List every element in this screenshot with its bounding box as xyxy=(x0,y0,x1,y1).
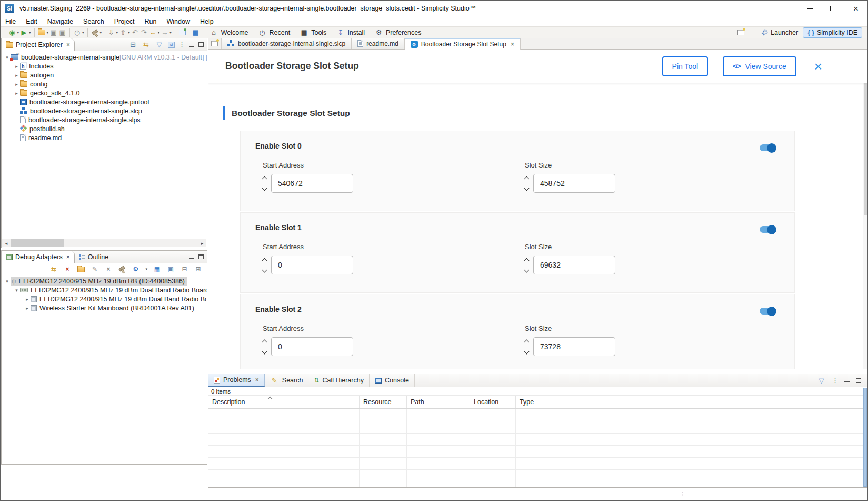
tree-row-pintool[interactable]: bootloader-storage-internal-single.pinto… xyxy=(2,97,207,106)
adapter-settings-gear-icon[interactable]: ⚙ xyxy=(131,264,140,274)
tree-row-postbuild[interactable]: postbuild.sh xyxy=(2,124,207,133)
export-icon[interactable]: ⇧ xyxy=(118,28,127,37)
pin-editor-icon[interactable] xyxy=(178,28,187,37)
editor-tab-slcp[interactable]: bootloader-storage-internal-single.slcp xyxy=(222,38,352,49)
tree-row-slcp[interactable]: bootloader-storage-internal-single.slcp xyxy=(2,106,207,115)
forward-dropdown-icon[interactable]: ▾ xyxy=(169,31,172,35)
increment-icon[interactable] xyxy=(524,258,530,263)
number-stepper[interactable] xyxy=(263,177,266,190)
close-view-icon[interactable]: × xyxy=(255,376,259,384)
tab-search[interactable]: ✎ Search xyxy=(265,374,309,387)
import-dropdown-icon[interactable]: ▾ xyxy=(116,31,118,35)
run-icon[interactable]: ▶ xyxy=(19,28,28,37)
number-stepper[interactable] xyxy=(263,340,266,353)
tab-problems[interactable]: Problems × xyxy=(208,374,265,387)
back-icon[interactable]: ← xyxy=(148,28,157,37)
number-stepper[interactable] xyxy=(263,259,266,272)
maximize-view-icon[interactable] xyxy=(198,254,204,259)
collapse-all-icon[interactable]: ⊟ xyxy=(128,40,137,50)
slot-size-input[interactable] xyxy=(533,174,615,193)
perspective-simplicity-ide-button[interactable]: { } Simplicity IDE xyxy=(803,27,862,38)
collapse-all-icon[interactable]: ⊟ xyxy=(180,264,189,274)
expander-icon[interactable]: ▾ xyxy=(4,279,11,284)
refresh-icon[interactable]: ⇆ xyxy=(49,264,58,274)
number-stepper[interactable] xyxy=(525,177,528,190)
menu-navigate[interactable]: Navigate xyxy=(47,18,73,25)
new-group-icon[interactable] xyxy=(76,264,85,274)
close-view-icon[interactable]: × xyxy=(66,41,70,48)
adapter-row-radio-board[interactable]: ▸ EFR32MG12 2400/915 MHz 19 dBm Dual Ban… xyxy=(2,294,207,303)
slot-2-toggle[interactable] xyxy=(760,308,775,315)
maximize-view-icon[interactable] xyxy=(198,42,204,47)
save-all-icon[interactable]: ▣ xyxy=(58,28,67,37)
debug-dropdown-icon[interactable]: ▾ xyxy=(17,31,19,35)
problems-scrollbar[interactable] xyxy=(863,388,867,487)
editor-trim-icon[interactable] xyxy=(208,38,222,49)
recent-button[interactable]: ◷ Recent xyxy=(258,28,291,37)
minimize-button[interactable] xyxy=(798,1,821,16)
column-location[interactable]: Location xyxy=(470,396,516,408)
expander-icon[interactable]: ▸ xyxy=(13,82,20,87)
tab-outline[interactable]: Outline xyxy=(75,251,114,263)
tree-row-config[interactable]: ▸ config xyxy=(2,80,207,89)
adapter-tools-icon[interactable] xyxy=(117,264,126,274)
expander-icon[interactable]: ▸ xyxy=(13,91,20,96)
adapter-row-radio-board-group[interactable]: ▾ EFR32MG12 2400/915 MHz 19 dBm Dual Ban… xyxy=(2,286,207,294)
tree-row-autogen[interactable]: ▸ autogen xyxy=(2,71,207,80)
editor-scrollbar[interactable]: ▲ xyxy=(863,50,867,369)
view-menu-icon[interactable]: ⋮ xyxy=(832,378,838,384)
tools-button[interactable]: ▦ Tools xyxy=(300,28,326,37)
disconnect-icon[interactable]: × xyxy=(63,264,72,274)
expander-icon[interactable]: ▸ xyxy=(24,297,31,302)
number-stepper[interactable] xyxy=(525,340,528,353)
column-description[interactable]: Description xyxy=(208,396,360,408)
maximize-view-icon[interactable] xyxy=(856,378,861,383)
menu-help[interactable]: Help xyxy=(200,18,214,25)
increment-icon[interactable] xyxy=(262,258,267,263)
back-dropdown-icon[interactable]: ▾ xyxy=(158,31,160,35)
decrement-icon[interactable] xyxy=(524,185,530,191)
history-clock-icon[interactable]: ◷ xyxy=(73,28,82,37)
editor-tab-slot-setup[interactable]: ⚙ Bootloader Storage Slot Setup × xyxy=(405,38,521,50)
menu-search[interactable]: Search xyxy=(83,18,104,25)
welcome-button[interactable]: ⌂ Welcome xyxy=(209,28,248,37)
decrement-icon[interactable] xyxy=(524,267,530,272)
table-view-icon[interactable]: ▦ xyxy=(153,264,162,274)
minimize-view-icon[interactable] xyxy=(189,255,194,259)
increment-icon[interactable] xyxy=(262,176,267,181)
minimize-view-icon[interactable] xyxy=(189,43,194,47)
focus-si-icon[interactable]: si xyxy=(168,42,175,48)
build-icon[interactable] xyxy=(91,28,99,37)
view-menu-icon[interactable]: ⋮ xyxy=(179,42,185,47)
expander-icon[interactable]: ▾ xyxy=(13,288,20,293)
start-address-input[interactable] xyxy=(271,174,353,193)
drag-handle-icon[interactable]: ⋮ xyxy=(680,490,685,497)
decrement-icon[interactable] xyxy=(524,349,530,354)
scrollbar-thumb[interactable] xyxy=(11,239,64,247)
close-view-icon[interactable]: × xyxy=(66,253,70,261)
tree-row-readme[interactable]: readme.md xyxy=(2,133,207,142)
start-address-input[interactable] xyxy=(271,256,353,274)
next-annotation-icon[interactable]: ↷ xyxy=(139,28,148,37)
decrement-icon[interactable] xyxy=(262,349,267,354)
scroll-left-icon[interactable]: ◂ xyxy=(2,241,11,246)
adapter-row-mainboard[interactable]: ▸ Wireless Starter Kit Mainboard (BRD400… xyxy=(2,303,207,312)
new-wizard-icon[interactable] xyxy=(37,28,46,37)
perspective-launcher-button[interactable]: Launcher xyxy=(761,29,798,36)
history-dropdown-icon[interactable]: ▾ xyxy=(82,31,84,35)
debug-icon[interactable]: ◉ xyxy=(8,28,17,37)
run-dropdown-icon[interactable]: ▾ xyxy=(29,31,31,35)
expand-all-icon[interactable]: ⊞ xyxy=(194,264,203,274)
view-source-button[interactable]: </> View Source xyxy=(723,56,796,76)
expander-icon[interactable]: ▸ xyxy=(24,306,31,311)
mark-occurrences-icon[interactable]: ▦ xyxy=(191,28,200,37)
decrement-icon[interactable] xyxy=(262,185,267,191)
filter-icon[interactable]: ▽ xyxy=(817,376,826,385)
adapter-row-kit[interactable]: ▾ ψ EFR32MG12 2400/915 MHz 19 dBm RB (ID… xyxy=(2,277,207,286)
new-dropdown-icon[interactable]: ▾ xyxy=(47,31,49,35)
menu-project[interactable]: Project xyxy=(114,18,135,25)
slot-size-input[interactable] xyxy=(533,337,615,356)
menu-window[interactable]: Window xyxy=(167,18,190,25)
close-button[interactable]: × xyxy=(844,1,867,16)
delete-icon[interactable]: × xyxy=(104,264,113,274)
